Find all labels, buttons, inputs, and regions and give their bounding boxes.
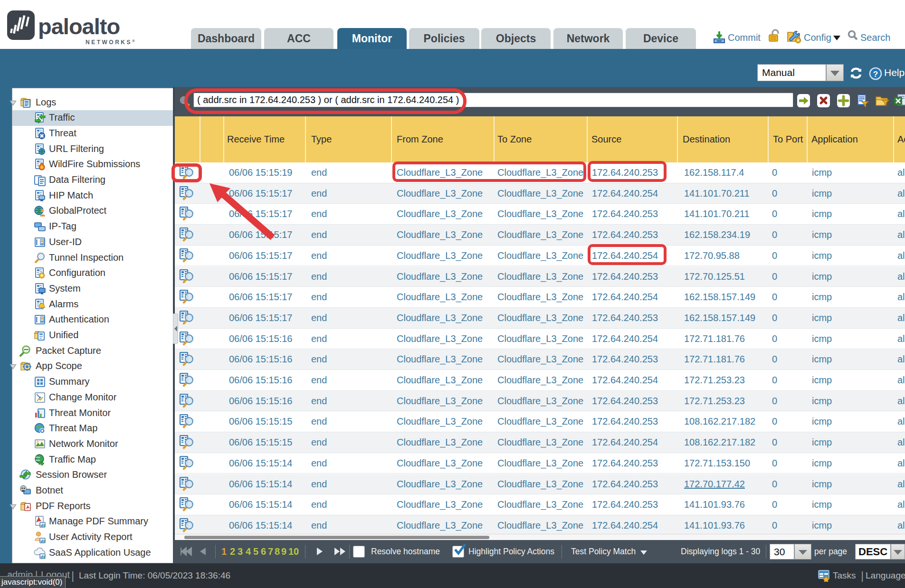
svg-text:?: ? (873, 70, 878, 79)
